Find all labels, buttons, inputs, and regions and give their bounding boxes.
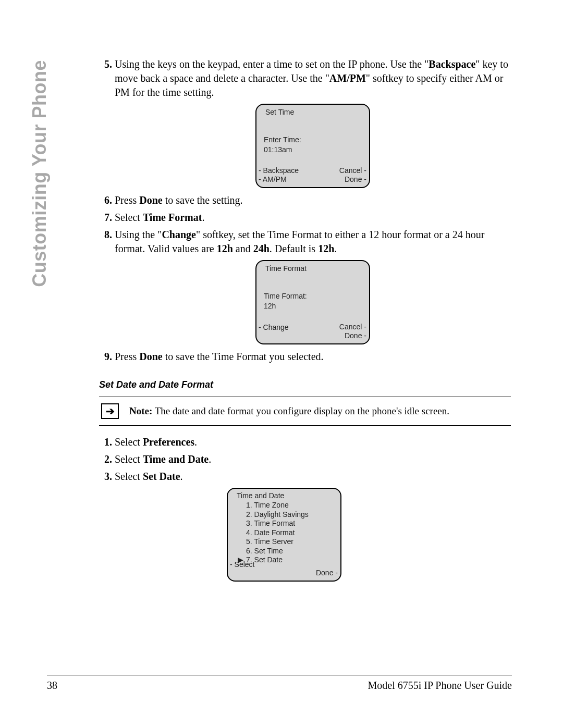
footer: 38 Model 6755i IP Phone User Guide [47, 675, 512, 692]
screen2-softkey-change: - Change [259, 323, 289, 332]
step2-2: Select Time and Date. [115, 452, 511, 466]
s8-mid2: and [233, 243, 253, 254]
side-tab: Customizing Your Phone [29, 0, 51, 60]
screen2-softkey-cancel: Cancel - [339, 323, 366, 331]
screen3-br: Done - [316, 569, 338, 577]
screen2-label: Time Format: [264, 291, 307, 301]
s5-b1: Backspace [429, 58, 475, 70]
s2-2-pre: Select [115, 453, 143, 465]
screen3-wrap: Time and Date 1. Time Zone2. Daylight Sa… [57, 488, 511, 582]
steps-list-1: Using the keys on the keypad, enter a ti… [57, 57, 511, 364]
screen-set-time: Set Time Enter Time: 01:13am - Backspace… [255, 104, 370, 188]
s9-pre: Press [115, 351, 139, 362]
screen1-mid: Enter Time: 01:13am [264, 135, 301, 155]
s8-b4: 12h [318, 243, 334, 254]
menu-item: 4. Date Format [238, 528, 336, 538]
menu-item-label: 2. Daylight Savings [246, 510, 309, 520]
step-6: Press Done to save the setting. [115, 193, 511, 207]
s2-1-post: . [194, 436, 197, 448]
s8-b3: 24h [253, 243, 270, 254]
step-5: Using the keys on the keypad, enter a ti… [115, 57, 511, 188]
arrow-right-icon: ➔ [101, 403, 119, 419]
page-number: 38 [47, 680, 57, 692]
s5-pre: Using the keys on the keypad, enter a ti… [115, 58, 429, 70]
selection-marker-icon [238, 519, 246, 528]
s7-pre: Select [115, 212, 143, 223]
content: Using the keys on the keypad, enter a ti… [57, 57, 511, 587]
menu-item: 3. Time Format [238, 519, 336, 528]
step2-1: Select Preferences. [115, 435, 511, 449]
selection-marker-icon [238, 528, 246, 538]
menu-item-label: 5. Time Server [246, 537, 293, 547]
s6-post: to save the setting. [163, 194, 243, 206]
selection-marker-icon [238, 510, 246, 520]
screen1-softkey-backspace: - Backspace [259, 166, 299, 175]
step-7: Select Time Format. [115, 211, 511, 225]
s6-pre: Press [115, 194, 139, 206]
s2-1-b: Preferences [143, 436, 194, 448]
s2-2-post: . [209, 453, 211, 465]
menu-item-label: 6. Set Time [246, 547, 283, 556]
guide-title: Model 6755i IP Phone User Guide [368, 680, 512, 692]
screen1-title: Set Time [265, 107, 364, 117]
s2-1-pre: Select [115, 436, 143, 448]
page: Customizing Your Phone Using the keys on… [0, 0, 563, 728]
screen1-br: Cancel - Done - [339, 166, 366, 184]
screen3-softkey-select: - Select [230, 560, 254, 569]
screen3-title: Time and Date [237, 491, 336, 500]
menu-item-label: 3. Time Format [246, 519, 295, 528]
menu-item: 1. Time Zone [238, 501, 336, 510]
side-tab-text: Customizing Your Phone [29, 60, 51, 287]
steps-list-2: Select Preferences. Select Time and Date… [57, 435, 511, 484]
step-9: Press Done to save the Time Format you s… [115, 350, 511, 364]
screen1-softkey-cancel: Cancel - [339, 166, 366, 175]
s9-post: to save the Time Format you selected. [163, 351, 324, 362]
s5-b2: AM/PM [329, 72, 366, 84]
screen2-wrap: Time Format Time Format: 12h - Change Ca… [115, 260, 511, 344]
screen2-br: Cancel - Done - [339, 323, 366, 340]
note-text: Note: The date and date format you confi… [129, 405, 449, 417]
section-subhead: Set Date and Date Format [99, 379, 511, 390]
footer-rule [47, 675, 512, 675]
s9-b: Done [139, 351, 162, 362]
step2-3: Select Set Date. [115, 470, 511, 484]
s8-mid3: . Default is [270, 243, 318, 254]
s8-post: . [334, 243, 337, 254]
screen2-bl: - Change [259, 323, 289, 332]
s8-b1: Change [162, 229, 196, 240]
note-body: The date and date format you configure d… [152, 405, 449, 416]
s6-b: Done [139, 194, 162, 206]
menu-item: 6. Set Time [238, 547, 336, 556]
screen1-softkey-ampm: - AM/PM [259, 175, 299, 184]
selection-marker-icon [238, 537, 246, 547]
s8-pre: Using the " [115, 229, 162, 240]
s7-b: Time Format [143, 212, 202, 223]
screen1-bl: - Backspace - AM/PM [259, 166, 299, 184]
screen-time-format: Time Format Time Format: 12h - Change Ca… [255, 260, 370, 344]
screen1-softkey-done: Done - [339, 175, 366, 184]
menu-item: 2. Daylight Savings [238, 510, 336, 520]
step-8: Using the "Change" softkey, set the Time… [115, 228, 511, 344]
menu-item-label: 1. Time Zone [246, 501, 289, 510]
s2-3-b: Set Date [143, 471, 180, 482]
screen-time-and-date: Time and Date 1. Time Zone2. Daylight Sa… [227, 488, 341, 582]
s2-3-post: . [180, 471, 183, 482]
footer-row: 38 Model 6755i IP Phone User Guide [47, 680, 512, 692]
screen3-bl: - Select [230, 560, 254, 569]
note-block: ➔ Note: The date and date format you con… [99, 397, 511, 426]
screen2-title: Time Format [265, 264, 364, 274]
s2-2-b: Time and Date [143, 453, 209, 465]
menu-item-label: 4. Date Format [246, 528, 295, 538]
screen3-menu: 1. Time Zone2. Daylight Savings3. Time F… [238, 501, 336, 565]
s7-post: . [202, 212, 204, 223]
selection-marker-icon [238, 501, 246, 510]
screen2-value: 12h [264, 301, 307, 311]
selection-marker-icon [238, 547, 246, 556]
screen1-label: Enter Time: [264, 135, 301, 145]
s2-3-pre: Select [115, 471, 143, 482]
screen1-value: 01:13am [264, 145, 301, 155]
menu-item: 5. Time Server [238, 537, 336, 547]
screen3-softkey-done: Done - [316, 569, 338, 577]
screen1-wrap: Set Time Enter Time: 01:13am - Backspace… [115, 104, 511, 188]
note-label: Note: [129, 405, 152, 416]
